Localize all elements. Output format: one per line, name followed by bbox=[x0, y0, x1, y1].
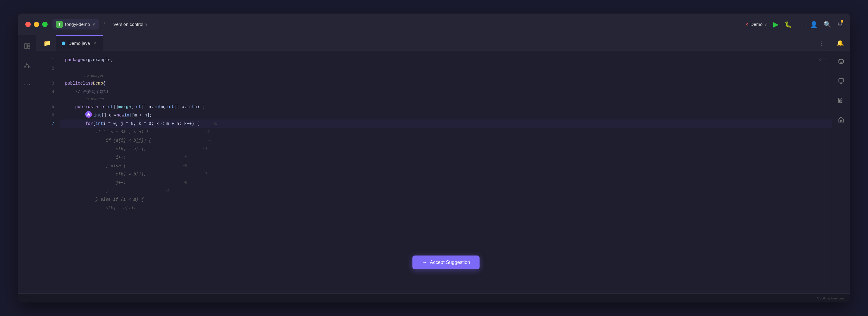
code-line-ghost-10: } else if (i < m) { bbox=[60, 195, 832, 204]
svg-point-8 bbox=[839, 59, 844, 61]
code-line-ghost-7: c[k] = b[j]; ~7 bbox=[60, 170, 832, 178]
svg-rect-9 bbox=[839, 78, 844, 82]
code-line-7: for (int i = 0, j = 0, k = 0; k < m + n;… bbox=[60, 119, 832, 128]
editor-area: 📁 Demo.java ✕ ⋮ 🔔 1 2 3 4 bbox=[36, 35, 850, 293]
svg-line-6 bbox=[25, 65, 27, 66]
ai-icon bbox=[85, 111, 92, 118]
code-line-ghost-3: if (a[i] < b[j]) { ~3 bbox=[60, 136, 832, 145]
code-line-3: public class Demo { bbox=[60, 79, 832, 87]
code-line-1: package org.example; bbox=[60, 56, 832, 64]
svg-rect-2 bbox=[27, 46, 30, 48]
code-line-ghost-2: if (i < m && j < n) { ~2 bbox=[60, 128, 832, 136]
tab-bar-more-button[interactable]: ⋮ bbox=[812, 39, 830, 47]
tab-bar: 📁 Demo.java ✕ ⋮ 🔔 bbox=[36, 35, 850, 51]
right-sidebar bbox=[832, 51, 850, 293]
svg-point-3 bbox=[26, 63, 28, 65]
traffic-lights bbox=[25, 22, 48, 27]
project-chevron-icon: ∨ bbox=[93, 22, 95, 27]
project-selector[interactable]: T tongyi-demo ∨ bbox=[53, 19, 99, 30]
code-line-2 bbox=[60, 64, 832, 73]
maximize-button[interactable] bbox=[42, 22, 48, 27]
svg-rect-1 bbox=[27, 44, 30, 46]
minimize-button[interactable] bbox=[34, 22, 39, 27]
search-icon[interactable]: 🔍 bbox=[824, 21, 831, 28]
svg-point-4 bbox=[24, 66, 26, 68]
no-usages-2: no usages bbox=[60, 96, 832, 103]
demo-run-config[interactable]: ✕ Demo ∨ bbox=[745, 22, 767, 27]
code-line-ghost-9: } ~9 bbox=[60, 187, 832, 195]
code-editor[interactable]: 1 2 3 4 5 6 7 bbox=[36, 51, 850, 293]
line-numbers: 1 2 3 4 5 6 7 bbox=[36, 51, 60, 293]
account-icon[interactable]: 👤 bbox=[810, 21, 818, 28]
no-usages-1: no usages bbox=[60, 73, 832, 79]
demo-chevron-icon: ∨ bbox=[764, 22, 767, 27]
right-sidebar-home-icon[interactable] bbox=[835, 113, 847, 126]
status-bar: CSDN @TanyiLee bbox=[18, 293, 850, 303]
svg-rect-0 bbox=[24, 44, 27, 48]
notifications-icon[interactable]: 🔔 bbox=[830, 39, 850, 47]
right-sidebar-ai-icon[interactable] bbox=[835, 75, 847, 87]
more-actions-button[interactable]: ⋮ bbox=[798, 21, 804, 28]
close-button[interactable] bbox=[25, 22, 31, 27]
version-control-chevron-icon: ∨ bbox=[145, 22, 148, 27]
svg-point-5 bbox=[28, 66, 30, 68]
left-sidebar: ⋯ bbox=[18, 35, 36, 293]
version-control-button[interactable]: Version control ∨ bbox=[110, 20, 151, 29]
code-content-area[interactable]: package org.example; no usages public cl… bbox=[60, 51, 832, 293]
code-line-ghost-11: c[k] = a[i]; bbox=[60, 204, 832, 212]
right-sidebar-database-icon[interactable] bbox=[835, 56, 847, 68]
code-line-ghost-5: i++; ~5 bbox=[60, 153, 832, 162]
sidebar-item-more[interactable]: ⋯ bbox=[21, 78, 33, 91]
titlebar-right: ✕ Demo ∨ ▶ 🐛 ⋮ 👤 🔍 ⚙ bbox=[745, 20, 843, 29]
titlebar-separator: / bbox=[104, 22, 105, 27]
accept-suggestion-arrow-icon: → bbox=[422, 260, 427, 265]
code-line-ghost-8: j++; ~8 bbox=[60, 178, 832, 187]
right-sidebar-search-icon[interactable] bbox=[835, 94, 847, 106]
run-button[interactable]: ▶ bbox=[773, 20, 778, 29]
tab-file-icon bbox=[62, 41, 65, 45]
main-window: T tongyi-demo ∨ / Version control ∨ ✕ De… bbox=[18, 13, 850, 303]
tab-close-button[interactable]: ✕ bbox=[93, 41, 97, 46]
code-line-5: public static int[] merge(int[] a, int m… bbox=[60, 103, 832, 111]
accept-suggestion-label: Accept Suggestion bbox=[430, 260, 470, 265]
project-icon: T bbox=[56, 21, 63, 28]
accept-suggestion-button[interactable]: → Accept Suggestion bbox=[412, 255, 479, 269]
demo-error-icon: ✕ bbox=[745, 22, 749, 27]
svg-line-7 bbox=[27, 65, 29, 66]
code-line-6: int[] c = new int[m + n]; bbox=[60, 111, 832, 119]
off-badge: OFF bbox=[819, 56, 826, 64]
code-line-ghost-6: } else { ~6 bbox=[60, 162, 832, 170]
code-line-ghost-4: c[k] = a[i]; ~4 bbox=[60, 145, 832, 153]
tab-label: Demo.java bbox=[68, 41, 90, 46]
tab-demo-java[interactable]: Demo.java ✕ bbox=[56, 35, 103, 50]
project-label: tongyi-demo bbox=[65, 22, 90, 27]
debug-button[interactable]: 🐛 bbox=[784, 21, 792, 28]
titlebar: T tongyi-demo ∨ / Version control ∨ ✕ De… bbox=[18, 13, 850, 35]
code-line-4: // 合并两个数组 bbox=[60, 87, 832, 96]
version-control-label: Version control bbox=[113, 22, 143, 27]
sidebar-item-explorer[interactable] bbox=[21, 40, 33, 52]
folder-icon[interactable]: 📁 bbox=[38, 39, 56, 47]
sidebar-item-structure[interactable] bbox=[21, 59, 33, 71]
main-area: ⋯ 📁 Demo.java ✕ ⋮ 🔔 1 2 bbox=[18, 35, 850, 293]
settings-icon[interactable]: ⚙ bbox=[837, 21, 843, 28]
status-credit: CSDN @TanyiLee bbox=[817, 296, 844, 300]
demo-config-label: Demo bbox=[750, 22, 763, 27]
